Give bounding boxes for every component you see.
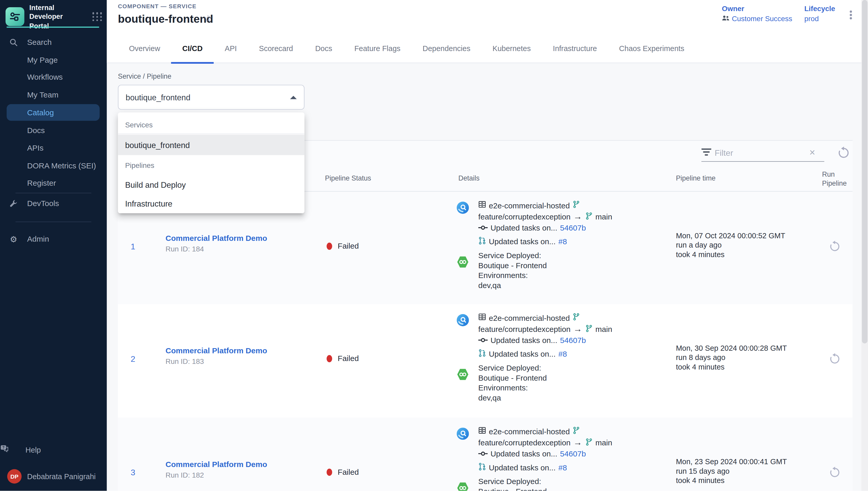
sidebar-item-dora-metrics[interactable]: DORA Metrics (SEI)	[0, 157, 107, 174]
branch-to: main	[595, 212, 612, 221]
repo-name: e2e-commercial-hosted	[489, 427, 570, 436]
deployed-service: Boutique - Frontend	[478, 261, 547, 270]
tab-cicd[interactable]: CI/CD	[171, 33, 214, 63]
failed-dot-icon	[327, 242, 332, 250]
branch-from: feature/corruptedexception	[478, 438, 570, 447]
sidebar-item-workflows[interactable]: Workflows	[0, 68, 107, 85]
refresh-icon[interactable]	[837, 146, 850, 162]
sidebar-item-search[interactable]: Search	[0, 34, 107, 50]
people-icon	[722, 15, 730, 23]
sidebar-item-docs[interactable]: Docs	[0, 122, 107, 139]
tab-overview[interactable]: Overview	[118, 33, 172, 63]
deployed-service: Boutique - Frontend	[478, 373, 547, 382]
deployed-label: Service Deployed:	[478, 251, 541, 260]
sidebar-item-devtools[interactable]: DevTools	[0, 195, 107, 211]
tab-feature-flags[interactable]: Feature Flags	[343, 33, 411, 63]
tab-api[interactable]: API	[214, 33, 248, 63]
pr-number-link[interactable]: #8	[558, 237, 567, 246]
commit-hash-link[interactable]: 54607b	[560, 223, 586, 232]
lifecycle-label: Lifecycle	[804, 4, 835, 12]
commit-icon	[478, 223, 488, 232]
menu-item-infrastructure[interactable]: Infrastructure	[118, 195, 305, 213]
commit-line: Updated tasks on... 54607b	[478, 449, 586, 458]
pipeline-name-link[interactable]: Commercial Platform Demo	[165, 346, 267, 355]
sidebar-item-my-team[interactable]: My Team	[0, 86, 107, 103]
status-text: Failed	[338, 354, 359, 363]
filter-input[interactable]: Filter	[715, 148, 733, 157]
sidebar-item-label: Search	[27, 38, 52, 47]
more-options-kebab-icon[interactable]	[848, 9, 854, 21]
rerun-pipeline-icon[interactable]	[829, 240, 841, 255]
sidebar-item-apis[interactable]: APIs	[0, 140, 107, 156]
pull-request-icon	[478, 463, 486, 473]
breadcrumb: COMPONENT — SERVICE	[118, 3, 197, 9]
sidebar-divider	[16, 222, 91, 222]
run-duration: took 4 minutes	[676, 476, 725, 485]
lifecycle-value: prod	[804, 15, 819, 23]
tab-kubernetes[interactable]: Kubernetes	[482, 33, 542, 63]
tab-docs[interactable]: Docs	[304, 33, 343, 63]
filter-icon	[702, 148, 712, 158]
commit-hash-link[interactable]: 54607b	[560, 449, 586, 458]
wrench-icon	[0, 199, 27, 207]
failed-dot-icon	[327, 355, 332, 362]
search-icon	[0, 38, 27, 46]
rerun-pipeline-icon[interactable]	[829, 353, 841, 367]
run-time-gmt: Mon, 30 Sep 2024 00:00:28 GMT	[676, 344, 787, 352]
clear-filter-icon[interactable]: ×	[808, 146, 816, 158]
branch-icon	[585, 438, 592, 447]
favorite-star-icon[interactable]: ☆	[204, 14, 212, 24]
pipeline-name-link[interactable]: Commercial Platform Demo	[165, 460, 267, 468]
chevron-up-icon	[290, 96, 297, 99]
owner-value-link[interactable]: Customer Success	[732, 15, 792, 23]
menu-item-boutique-frontend[interactable]: boutique_frontend	[118, 135, 305, 155]
status-text: Failed	[338, 242, 359, 251]
user-menu[interactable]: DP Debabrata Panigrahi	[0, 468, 107, 485]
column-header-pipeline-status: Pipeline Status	[325, 175, 371, 182]
ci-module-icon	[457, 428, 469, 442]
sidebar-item-help[interactable]: ? Help	[0, 441, 107, 458]
run-duration: took 4 minutes	[676, 251, 725, 259]
branch-to: main	[595, 438, 612, 447]
branch-line: feature/corruptedexception → main	[478, 212, 612, 222]
pr-number-link[interactable]: #8	[558, 463, 567, 472]
pipeline-name-link[interactable]: Commercial Platform Demo	[165, 234, 267, 242]
sidebar-item-admin[interactable]: ⚙ Admin	[0, 231, 107, 247]
run-duration: took 4 minutes	[676, 363, 725, 371]
pipeline-select-value: boutique_frontend	[119, 93, 190, 102]
pipeline-select[interactable]: boutique_frontend	[118, 85, 305, 110]
tab-infrastructure[interactable]: Infrastructure	[542, 33, 608, 63]
menu-item-build-and-deploy[interactable]: Build and Deploy	[118, 175, 305, 195]
run-time-gmt: Mon, 23 Sep 2024 00:00:41 GMT	[676, 458, 787, 466]
app-grid-icon[interactable]	[93, 12, 102, 21]
repo-name: e2e-commercial-hosted	[489, 201, 570, 210]
commit-hash-link[interactable]: 54607b	[560, 336, 586, 345]
deployed-label: Service Deployed:	[478, 363, 541, 372]
sidebar-divider	[16, 193, 91, 194]
app-window: Internal Developer Portal Search My Page…	[0, 0, 868, 491]
tab-scorecard[interactable]: Scorecard	[248, 33, 304, 63]
branch-icon	[585, 212, 592, 222]
sidebar-item-my-page[interactable]: My Page	[0, 52, 107, 68]
environments-label: Environments:	[478, 383, 528, 392]
tab-dependencies[interactable]: Dependencies	[411, 33, 482, 63]
sidebar-item-catalog[interactable]: Catalog	[7, 104, 100, 121]
arrow-right: →	[573, 438, 582, 448]
cd-module-icon	[457, 482, 469, 491]
sidebar-item-register[interactable]: Register	[0, 175, 107, 191]
status-badge: Failed	[327, 354, 359, 363]
main-area: COMPONENT — SERVICE boutique-frontend ☆ …	[107, 0, 868, 491]
tab-chaos-experiments[interactable]: Chaos Experiments	[608, 33, 695, 63]
branch-icon	[572, 427, 580, 436]
page-title: boutique-frontend	[118, 12, 213, 25]
app-logo-icon	[5, 7, 24, 26]
pipeline-select-label: Service / Pipeline	[118, 73, 172, 80]
scrollbar-track[interactable]	[861, 0, 868, 491]
branch-icon	[572, 201, 580, 210]
failed-dot-icon	[327, 468, 332, 475]
pr-number-link[interactable]: #8	[558, 349, 567, 358]
sidebar-accent-divider	[7, 27, 99, 28]
scrollbar-thumb[interactable]	[862, 0, 867, 344]
deployed-service: Boutique - Frontend	[478, 487, 547, 491]
rerun-pipeline-icon[interactable]	[829, 466, 841, 481]
